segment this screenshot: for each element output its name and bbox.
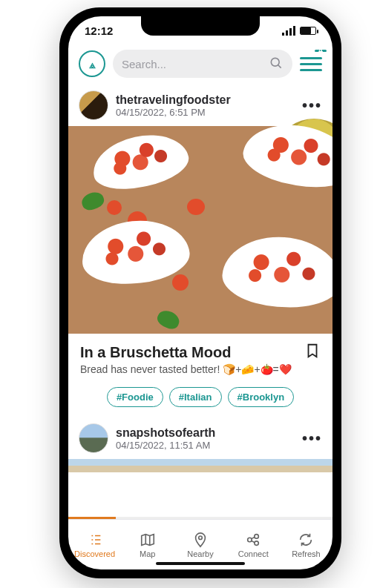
tag[interactable]: #Foodie bbox=[107, 387, 163, 407]
post-body: In a Bruschetta Mood Bread has never tas… bbox=[68, 334, 332, 381]
food-decor bbox=[155, 308, 182, 332]
food-decor bbox=[220, 234, 332, 311]
post-description: Bread has never tasted better! 🍞+🧀+🍅=❤️ bbox=[80, 363, 321, 375]
post-tags: #Foodie #Italian #Brooklyn bbox=[68, 381, 332, 416]
post-options-button[interactable]: ••• bbox=[302, 430, 322, 447]
home-indicator bbox=[156, 562, 245, 565]
search-icon bbox=[269, 56, 284, 73]
post: snapshotsofearth 04/15/2022, 11:51 AM ••… bbox=[68, 416, 332, 472]
post-image[interactable] bbox=[68, 126, 332, 334]
post-header: thetravelingfoodster 04/15/2022, 6:51 PM… bbox=[68, 83, 332, 126]
bookmark-icon[interactable] bbox=[304, 343, 321, 362]
post-title: In a Bruschetta Mood bbox=[80, 344, 231, 361]
post-meta: snapshotsofearth 04/15/2022, 11:51 AM bbox=[116, 426, 295, 451]
food-decor bbox=[107, 200, 122, 215]
screen: 12:12 ⟁ 4 bbox=[68, 16, 332, 569]
tag[interactable]: #Italian bbox=[169, 387, 222, 407]
svg-line-15 bbox=[252, 541, 255, 542]
svg-point-12 bbox=[255, 534, 259, 538]
notification-badge: 4 bbox=[315, 50, 327, 52]
post-options-button[interactable]: ••• bbox=[302, 97, 322, 114]
food-decor bbox=[187, 199, 205, 215]
signal-icon bbox=[282, 26, 295, 36]
nav-label: Discovered bbox=[74, 549, 115, 558]
post-meta: thetravelingfoodster 04/15/2022, 6:51 PM bbox=[116, 93, 295, 118]
battery-icon bbox=[300, 27, 316, 35]
nav-refresh[interactable]: Refresh bbox=[280, 520, 332, 569]
search-input[interactable] bbox=[122, 58, 269, 70]
connect-icon bbox=[245, 532, 261, 548]
nav-label: Map bbox=[140, 549, 155, 558]
svg-point-11 bbox=[248, 538, 252, 542]
svg-point-13 bbox=[255, 541, 259, 545]
feed[interactable]: thetravelingfoodster 04/15/2022, 6:51 PM… bbox=[68, 83, 332, 517]
food-decor bbox=[79, 190, 106, 213]
search-field[interactable] bbox=[113, 50, 292, 78]
notch bbox=[141, 16, 260, 36]
avatar[interactable] bbox=[79, 423, 108, 453]
post-image[interactable] bbox=[68, 459, 332, 472]
post-date: 04/15/2022, 6:51 PM bbox=[116, 107, 295, 118]
top-bar: ⟁ 4 bbox=[68, 44, 332, 83]
refresh-icon bbox=[298, 532, 314, 548]
food-decor bbox=[172, 274, 189, 291]
tag[interactable]: #Brooklyn bbox=[228, 387, 295, 407]
svg-line-1 bbox=[278, 65, 281, 67]
avatar[interactable] bbox=[79, 90, 108, 120]
nav-label: Nearby bbox=[187, 549, 213, 558]
phone-frame: 12:12 ⟁ 4 bbox=[59, 7, 341, 578]
svg-line-14 bbox=[252, 537, 255, 538]
food-decor bbox=[88, 127, 192, 196]
nav-label: Connect bbox=[238, 549, 269, 558]
nav-label: Refresh bbox=[292, 549, 321, 558]
list-icon bbox=[87, 532, 103, 548]
post-username[interactable]: thetravelingfoodster bbox=[116, 93, 295, 107]
pin-icon bbox=[192, 532, 209, 548]
svg-point-10 bbox=[199, 535, 203, 539]
nav-discovered[interactable]: Discovered bbox=[68, 520, 121, 569]
menu-button[interactable]: 4 bbox=[300, 54, 322, 74]
status-icons bbox=[282, 26, 316, 36]
post-header: snapshotsofearth 04/15/2022, 11:51 AM ••… bbox=[68, 416, 332, 459]
clock: 12:12 bbox=[85, 24, 113, 37]
post: thetravelingfoodster 04/15/2022, 6:51 PM… bbox=[68, 83, 332, 416]
app-logo[interactable]: ⟁ bbox=[79, 50, 105, 77]
map-icon bbox=[140, 532, 156, 548]
post-username[interactable]: snapshotsofearth bbox=[116, 426, 295, 440]
post-date: 04/15/2022, 11:51 AM bbox=[116, 440, 295, 451]
